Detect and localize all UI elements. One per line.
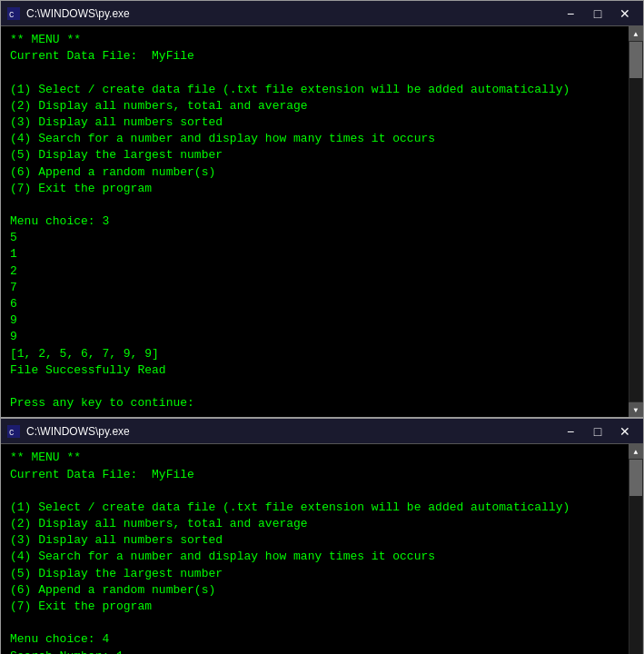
- scroll-up-btn-1[interactable]: ▲: [629, 26, 643, 41]
- maximize-btn-2[interactable]: □: [585, 422, 610, 441]
- minimize-btn-1[interactable]: −: [558, 5, 583, 23]
- scroll-down-btn-1[interactable]: ▼: [629, 402, 643, 417]
- title-bar-left-2: C C:\WINDOWS\py.exe: [6, 424, 130, 439]
- scroll-up-btn-2[interactable]: ▲: [629, 444, 643, 459]
- cmd-icon-2: C: [6, 424, 21, 439]
- svg-text:C: C: [9, 11, 15, 20]
- window-1: C C:\WINDOWS\py.exe − □ ✕ ** MENU ** Cur…: [0, 0, 644, 418]
- scroll-track-2: [629, 460, 642, 654]
- maximize-btn-1[interactable]: □: [585, 5, 610, 23]
- title-bar-2: C C:\WINDOWS\py.exe − □ ✕: [1, 419, 643, 444]
- close-btn-2[interactable]: ✕: [612, 422, 638, 441]
- title-bar-1: C C:\WINDOWS\py.exe − □ ✕: [1, 1, 643, 26]
- window-title-2: C:\WINDOWS\py.exe: [26, 425, 130, 438]
- console-area-1: ** MENU ** Current Data File: MyFile (1)…: [1, 26, 643, 417]
- scrollbar-2[interactable]: ▲ ▼: [629, 444, 643, 654]
- cmd-icon-1: C: [6, 6, 21, 21]
- console-wrapper-1: ** MENU ** Current Data File: MyFile (1)…: [1, 26, 643, 417]
- scroll-track-1: [629, 42, 642, 401]
- window-2: C C:\WINDOWS\py.exe − □ ✕ ** MENU ** Cur…: [0, 418, 644, 654]
- console-content-2: ** MENU ** Current Data File: MyFile (1)…: [10, 450, 634, 654]
- console-content-1: ** MENU ** Current Data File: MyFile (1)…: [10, 32, 634, 411]
- close-btn-1[interactable]: ✕: [612, 5, 638, 23]
- scroll-thumb-2[interactable]: [629, 460, 642, 496]
- scroll-thumb-1[interactable]: [629, 42, 642, 78]
- minimize-btn-2[interactable]: −: [558, 422, 583, 441]
- svg-text:C: C: [9, 429, 15, 438]
- window-controls-1: − □ ✕: [558, 5, 638, 23]
- window-controls-2: − □ ✕: [558, 422, 638, 441]
- scrollbar-1[interactable]: ▲ ▼: [629, 26, 643, 417]
- console-wrapper-2: ** MENU ** Current Data File: MyFile (1)…: [1, 444, 643, 654]
- console-area-2: ** MENU ** Current Data File: MyFile (1)…: [1, 444, 643, 654]
- window-title-1: C:\WINDOWS\py.exe: [26, 7, 130, 20]
- title-bar-left-1: C C:\WINDOWS\py.exe: [6, 6, 130, 21]
